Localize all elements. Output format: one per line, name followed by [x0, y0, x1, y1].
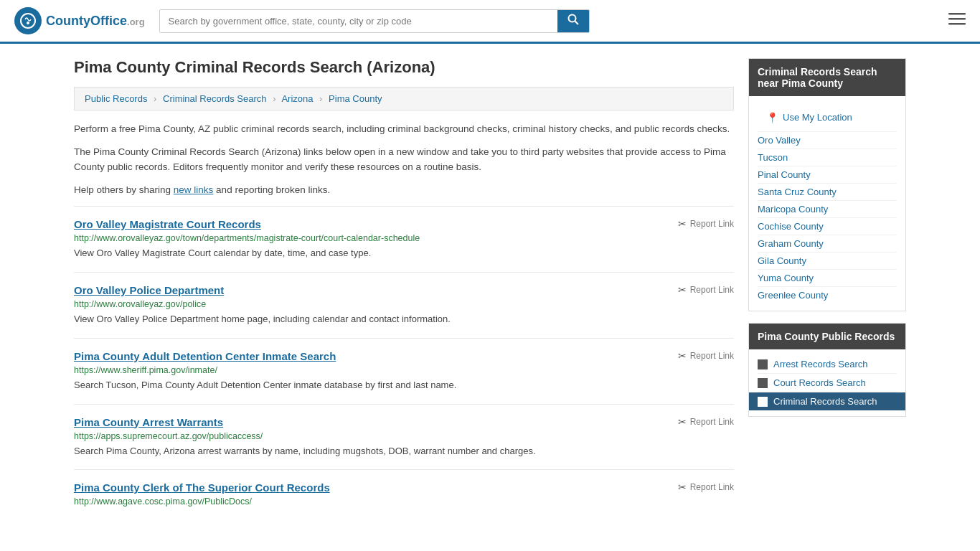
breadcrumb-arizona[interactable]: Arizona: [281, 93, 313, 104]
report-label: Report Link: [690, 351, 734, 361]
sidebar-arrest-records[interactable]: Arrest Records Search: [758, 355, 897, 374]
sidebar-public-section: Pima County Public Records Arrest Record…: [748, 323, 906, 417]
menu-button[interactable]: [948, 11, 966, 30]
new-links[interactable]: new links: [174, 184, 214, 195]
result-desc: Search Tucson, Pima County Adult Detenti…: [74, 379, 734, 392]
report-label: Report Link: [690, 219, 734, 229]
sidebar-use-location[interactable]: 📍 Use My Location: [758, 103, 897, 132]
result-item: Oro Valley Police Department ✂ Report Li…: [74, 272, 734, 338]
breadcrumb-sep-1: ›: [154, 93, 156, 104]
result-title[interactable]: Pima County Arrest Warrants: [74, 416, 223, 428]
page-title: Pima County Criminal Records Search (Ari…: [74, 58, 734, 77]
svg-rect-4: [948, 13, 966, 15]
sidebar-link-graham[interactable]: Graham County: [758, 235, 897, 253]
sidebar-public-header: Pima County Public Records: [749, 324, 905, 349]
report-icon: ✂: [678, 218, 687, 230]
result-url[interactable]: http://www.orovalleyaz.gov/police: [74, 299, 734, 309]
result-header: Oro Valley Police Department ✂ Report Li…: [74, 284, 734, 296]
result-header: Pima County Arrest Warrants ✂ Report Lin…: [74, 416, 734, 428]
sidebar-public-links: Arrest Records Search Court Records Sear…: [749, 349, 905, 416]
breadcrumb-sep-2: ›: [273, 93, 275, 104]
sidebar-link-santa-cruz[interactable]: Santa Cruz County: [758, 184, 897, 201]
sidebar-link-maricopa[interactable]: Maricopa County: [758, 201, 897, 218]
report-link[interactable]: ✂ Report Link: [678, 481, 734, 493]
report-link[interactable]: ✂ Report Link: [678, 416, 734, 428]
result-desc: Search Pima County, Arizona arrest warra…: [74, 445, 734, 458]
report-label: Report Link: [690, 285, 734, 295]
sidebar-criminal-records[interactable]: Criminal Records Search: [749, 392, 905, 410]
svg-rect-5: [948, 18, 966, 20]
report-label: Report Link: [690, 417, 734, 427]
content-area: Pima County Criminal Records Search (Ari…: [74, 58, 734, 522]
sidebar-link-oro-valley[interactable]: Oro Valley: [758, 132, 897, 149]
sidebar-link-greenlee[interactable]: Greenlee County: [758, 287, 897, 303]
report-icon: ✂: [678, 416, 687, 428]
result-url[interactable]: http://www.orovalleyaz.gov/town/departme…: [74, 233, 734, 243]
search-button[interactable]: [557, 10, 589, 32]
logo-text: CountyOffice.org: [46, 14, 145, 29]
logo-icon: [14, 7, 42, 34]
desc-3: Help others by sharing new links and rep…: [74, 183, 734, 197]
logo[interactable]: CountyOffice.org: [14, 7, 145, 34]
result-title[interactable]: Oro Valley Magistrate Court Records: [74, 218, 261, 230]
result-item: Pima County Arrest Warrants ✂ Report Lin…: [74, 404, 734, 470]
report-link[interactable]: ✂ Report Link: [678, 218, 734, 230]
sidebar-criminal-links: 📍 Use My Location Oro Valley Tucson Pina…: [749, 96, 905, 311]
sidebar-court-records[interactable]: Court Records Search: [758, 374, 897, 392]
report-icon: ✂: [678, 284, 687, 296]
result-url[interactable]: https://www.sheriff.pima.gov/inmate/: [74, 365, 734, 375]
arrest-records-icon: [758, 359, 768, 369]
sidebar: Criminal Records Search near Pima County…: [748, 58, 906, 522]
sidebar-link-gila[interactable]: Gila County: [758, 253, 897, 270]
sidebar-link-yuma[interactable]: Yuma County: [758, 270, 897, 287]
svg-point-0: [21, 14, 35, 28]
result-title[interactable]: Pima County Adult Detention Center Inmat…: [74, 350, 336, 362]
breadcrumb-sep-3: ›: [319, 93, 322, 104]
report-label: Report Link: [690, 482, 734, 492]
svg-rect-6: [948, 23, 966, 25]
svg-point-2: [568, 15, 575, 22]
sidebar-link-tucson[interactable]: Tucson: [758, 149, 897, 166]
report-icon: ✂: [678, 481, 687, 493]
sidebar-criminal-header: Criminal Records Search near Pima County: [749, 59, 905, 96]
search-input[interactable]: [160, 10, 557, 32]
report-link[interactable]: ✂ Report Link: [678, 350, 734, 362]
result-url[interactable]: https://apps.supremecourt.az.gov/publica…: [74, 431, 734, 441]
svg-line-3: [575, 22, 578, 25]
result-url[interactable]: http://www.agave.cosc.pima.gov/PublicDoc…: [74, 496, 734, 507]
sidebar-link-cochise[interactable]: Cochise County: [758, 218, 897, 235]
svg-point-1: [27, 22, 29, 24]
result-header: Pima County Clerk of The Superior Court …: [74, 481, 734, 494]
criminal-records-icon: [758, 397, 768, 407]
result-desc: View Oro Valley Police Department home p…: [74, 313, 734, 326]
result-header: Pima County Adult Detention Center Inmat…: [74, 350, 734, 362]
desc-2: The Pima County Criminal Records Search …: [74, 145, 734, 174]
result-title[interactable]: Oro Valley Police Department: [74, 284, 224, 296]
breadcrumb: Public Records › Criminal Records Search…: [74, 87, 734, 110]
sidebar-criminal-section: Criminal Records Search near Pima County…: [748, 58, 906, 311]
breadcrumb-pima-county[interactable]: Pima County: [329, 93, 382, 104]
report-link[interactable]: ✂ Report Link: [678, 284, 734, 296]
result-item: Pima County Clerk of The Superior Court …: [74, 469, 734, 522]
result-desc: View Oro Valley Magistrate Court calenda…: [74, 247, 734, 260]
court-records-icon: [758, 378, 768, 388]
criminal-records-link[interactable]: Criminal Records Search: [773, 396, 877, 407]
arrest-records-link[interactable]: Arrest Records Search: [773, 359, 868, 369]
use-my-location-link[interactable]: Use My Location: [783, 109, 852, 126]
location-pin-icon: 📍: [766, 112, 778, 123]
court-records-link[interactable]: Court Records Search: [773, 377, 866, 388]
main-container: Pima County Criminal Records Search (Ari…: [60, 44, 920, 536]
sidebar-link-pinal-county[interactable]: Pinal County: [758, 166, 897, 184]
report-icon: ✂: [678, 350, 687, 362]
breadcrumb-criminal-search[interactable]: Criminal Records Search: [163, 93, 267, 104]
result-item: Pima County Adult Detention Center Inmat…: [74, 338, 734, 404]
search-bar: [159, 9, 590, 33]
result-title[interactable]: Pima County Clerk of The Superior Court …: [74, 481, 330, 494]
result-header: Oro Valley Magistrate Court Records ✂ Re…: [74, 218, 734, 230]
site-header: CountyOffice.org: [0, 0, 980, 44]
result-item: Oro Valley Magistrate Court Records ✂ Re…: [74, 206, 734, 272]
breadcrumb-public-records[interactable]: Public Records: [85, 93, 147, 104]
desc-1: Perform a free Pima County, AZ public cr…: [74, 122, 734, 136]
results-list: Oro Valley Magistrate Court Records ✂ Re…: [74, 206, 734, 522]
